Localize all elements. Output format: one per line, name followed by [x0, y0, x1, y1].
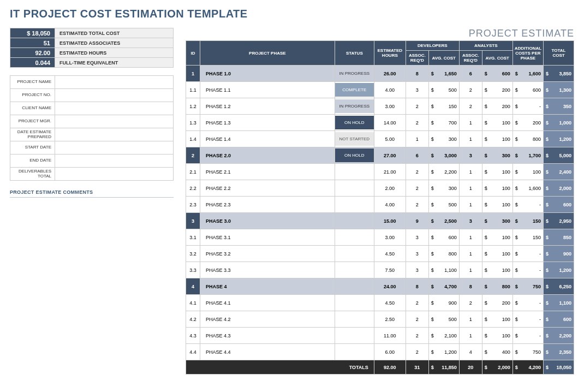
cell-status[interactable]	[335, 344, 374, 360]
cell-an-cost[interactable]: $200	[482, 82, 513, 98]
cell-an-cost[interactable]: $100	[482, 328, 513, 344]
cell-an-n[interactable]: 3	[459, 213, 482, 229]
cell-an-n[interactable]: 2	[459, 82, 482, 98]
cell-dev-n[interactable]: 2	[406, 344, 428, 360]
cell-an-n[interactable]: 1	[459, 115, 482, 131]
info-end-date-value[interactable]	[55, 155, 174, 168]
cell-an-cost[interactable]: $300	[482, 213, 513, 229]
info-client-name-value[interactable]	[55, 102, 174, 115]
cell-an-n[interactable]: 1	[459, 164, 482, 180]
cell-an-cost[interactable]: $100	[482, 164, 513, 180]
cell-hours[interactable]: 21.00	[374, 164, 406, 180]
cell-dev-n[interactable]: 8	[406, 66, 428, 82]
cell-dev-cost[interactable]: $800	[428, 246, 459, 262]
cell-an-n[interactable]: 1	[459, 328, 482, 344]
cell-hours[interactable]: 3.00	[374, 229, 406, 246]
cell-status[interactable]: IN PROGRESS	[335, 66, 374, 82]
cell-addl[interactable]: $600	[513, 82, 543, 98]
cell-status[interactable]: IN PROGRESS	[335, 98, 374, 115]
cell-dev-cost[interactable]: $150	[428, 98, 459, 115]
cell-status[interactable]: ON HOLD	[335, 147, 374, 164]
cell-dev-n[interactable]: 2	[406, 295, 428, 311]
cell-dev-cost[interactable]: $900	[428, 295, 459, 311]
cell-addl[interactable]: $750	[513, 278, 543, 295]
cell-addl[interactable]: $-	[513, 262, 543, 278]
cell-dev-cost[interactable]: $500	[428, 82, 459, 98]
cell-dev-n[interactable]: 2	[406, 98, 428, 115]
cell-dev-n[interactable]: 3	[406, 82, 428, 98]
cell-hours[interactable]: 4.00	[374, 197, 406, 213]
cell-dev-cost[interactable]: $1,100	[428, 262, 459, 278]
cell-addl[interactable]: $200	[513, 115, 543, 131]
cell-an-cost[interactable]: $200	[482, 98, 513, 115]
cell-dev-n[interactable]: 2	[406, 328, 428, 344]
cell-addl[interactable]: $-	[513, 311, 543, 328]
cell-dev-cost[interactable]: $2,200	[428, 164, 459, 180]
cell-dev-n[interactable]: 9	[406, 213, 428, 229]
cell-addl[interactable]: $-	[513, 328, 543, 344]
cell-an-cost[interactable]: $100	[482, 262, 513, 278]
cell-an-n[interactable]: 1	[459, 262, 482, 278]
cell-hours[interactable]: 14.00	[374, 115, 406, 131]
cell-hours[interactable]: 27.00	[374, 147, 406, 164]
cell-dev-cost[interactable]: $300	[428, 131, 459, 147]
cell-status[interactable]	[335, 295, 374, 311]
cell-hours[interactable]: 4.50	[374, 246, 406, 262]
cell-dev-n[interactable]: 2	[406, 115, 428, 131]
cell-addl[interactable]: $150	[513, 229, 543, 246]
cell-dev-cost[interactable]: $4,700	[428, 278, 459, 295]
info-project-name-value[interactable]	[55, 76, 174, 89]
cell-status[interactable]	[335, 328, 374, 344]
cell-addl[interactable]: $1,600	[513, 66, 543, 82]
cell-an-cost[interactable]: $600	[482, 66, 513, 82]
cell-an-cost[interactable]: $200	[482, 295, 513, 311]
cell-an-n[interactable]: 1	[459, 180, 482, 197]
cell-status[interactable]	[335, 246, 374, 262]
cell-status[interactable]	[335, 180, 374, 197]
info-project-no-value[interactable]	[55, 89, 174, 102]
cell-dev-n[interactable]: 8	[406, 278, 428, 295]
cell-addl[interactable]: $100	[513, 164, 543, 180]
cell-an-n[interactable]: 1	[459, 131, 482, 147]
cell-an-n[interactable]: 1	[459, 311, 482, 328]
cell-dev-cost[interactable]: $2,100	[428, 328, 459, 344]
info-deliverables-value[interactable]	[55, 168, 174, 181]
cell-an-n[interactable]: 4	[459, 344, 482, 360]
cell-an-cost[interactable]: $100	[482, 246, 513, 262]
cell-addl[interactable]: $1,700	[513, 147, 543, 164]
cell-an-cost[interactable]: $300	[482, 147, 513, 164]
cell-an-cost[interactable]: $100	[482, 229, 513, 246]
cell-dev-cost[interactable]: $700	[428, 115, 459, 131]
cell-dev-n[interactable]: 2	[406, 164, 428, 180]
cell-status[interactable]: COMPLETE	[335, 82, 374, 98]
cell-status[interactable]	[335, 164, 374, 180]
cell-dev-cost[interactable]: $3,000	[428, 147, 459, 164]
cell-status[interactable]	[335, 262, 374, 278]
cell-addl[interactable]: $-	[513, 197, 543, 213]
cell-addl[interactable]: $1,600	[513, 180, 543, 197]
cell-an-n[interactable]: 2	[459, 295, 482, 311]
info-date-prepared-value[interactable]	[55, 128, 174, 141]
cell-status[interactable]	[335, 213, 374, 229]
cell-dev-n[interactable]: 2	[406, 197, 428, 213]
cell-hours[interactable]: 6.00	[374, 344, 406, 360]
cell-dev-cost[interactable]: $300	[428, 180, 459, 197]
cell-an-cost[interactable]: $100	[482, 197, 513, 213]
cell-hours[interactable]: 15.00	[374, 213, 406, 229]
cell-dev-cost[interactable]: $1,650	[428, 66, 459, 82]
cell-addl[interactable]: $-	[513, 295, 543, 311]
cell-an-cost[interactable]: $400	[482, 344, 513, 360]
cell-addl[interactable]: $750	[513, 344, 543, 360]
cell-an-n[interactable]: 3	[459, 147, 482, 164]
cell-addl[interactable]: $-	[513, 98, 543, 115]
cell-dev-n[interactable]: 2	[406, 311, 428, 328]
cell-dev-cost[interactable]: $500	[428, 197, 459, 213]
cell-an-cost[interactable]: $100	[482, 115, 513, 131]
cell-hours[interactable]: 2.50	[374, 311, 406, 328]
cell-hours[interactable]: 2.00	[374, 180, 406, 197]
cell-an-cost[interactable]: $100	[482, 311, 513, 328]
cell-an-n[interactable]: 1	[459, 246, 482, 262]
cell-status[interactable]: ON HOLD	[335, 115, 374, 131]
cell-an-cost[interactable]: $100	[482, 131, 513, 147]
cell-hours[interactable]: 3.00	[374, 98, 406, 115]
